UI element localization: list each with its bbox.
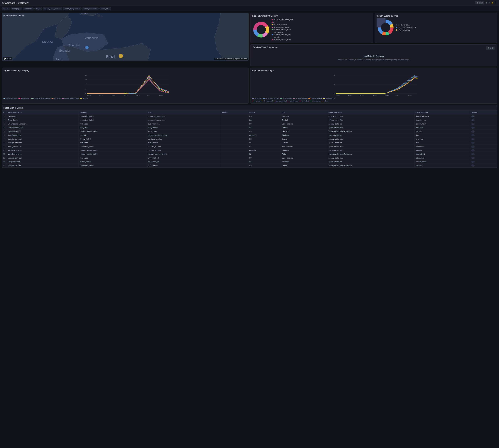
cell-country: US — [248, 160, 281, 164]
cell-app: 1password Browser Extension — [327, 164, 415, 167]
cell-count: 2 — [470, 118, 497, 122]
cell-platform: bbienko-mac — [415, 118, 470, 122]
cell-details — [221, 152, 248, 156]
refresh-icon[interactable]: ↺ — [485, 2, 487, 4]
svg-text:0: 0 — [85, 93, 86, 95]
cell-category: modern_version_failed — [79, 148, 147, 152]
cell-city: Denver — [281, 141, 327, 145]
svg-text:Apr 03: Apr 03 — [99, 95, 103, 96]
col-city[interactable]: city — [281, 111, 327, 114]
cell-platform: john-win — [415, 148, 470, 152]
svg-text:Apr 11: Apr 11 — [373, 95, 377, 96]
cell-type: country_blocked — [147, 145, 221, 148]
table-row[interactable]: 7 ankit@oxpany.com firewall_failed conti… — [2, 137, 497, 141]
table-row[interactable]: 12 ankit@oxpany.com mfa_failed credentia… — [2, 156, 497, 160]
col-country[interactable]: country — [248, 111, 281, 114]
cell-target: ankit@oxpany.com — [6, 148, 79, 152]
cell-app: 1password for ios — [327, 141, 415, 145]
table-row[interactable]: 14 Mike@acme.com credentials_failed duo_… — [2, 164, 497, 167]
table-row[interactable]: 11 ankit@oxpany.com modern_version_faile… — [2, 152, 497, 156]
table-row[interactable]: 4 Polster@acme.com mfa_failed totp_timeo… — [2, 126, 497, 129]
type-pie-legend: 41 (45.6%) Others 10 (11.1%) credentials… — [396, 24, 416, 31]
type-pie-container: 41 (45.6%) Others 10 (11.1%) credentials… — [377, 18, 496, 36]
comparison-clock-icon: ⏱ — [487, 47, 489, 49]
cell-target: Tim@acme.com — [6, 160, 79, 164]
table-row[interactable]: 13 Tim@acme.com firewall_failed credenti… — [2, 160, 497, 164]
table-row[interactable]: 6 frank@acme.com mfa_failed modern_versi… — [2, 133, 497, 137]
map-credit[interactable]: © Mapbox © OpenStreetMap Improve this ma… — [214, 58, 248, 60]
col-count[interactable]: _count — [470, 111, 497, 114]
map-svg: Ocean M — [2, 13, 249, 61]
cell-platform: kyle-mac — [415, 126, 470, 129]
cell-city: Denver — [281, 164, 327, 167]
comparison-header: One Day Time Comparison ⏱ -24h — [253, 46, 495, 50]
chevron-down-icon[interactable]: ▾ — [489, 2, 490, 4]
filter-pill-type[interactable]: type * — [2, 7, 10, 10]
type-legend-item2-duo_disabled: duo_disabled — [261, 100, 273, 102]
filter-pill-client_os[interactable]: client_os * — [100, 7, 111, 10]
filter-pill-category[interactable]: category * — [11, 7, 22, 10]
col-num[interactable]: # — [2, 111, 6, 114]
filter-pill-city[interactable]: city * — [34, 7, 42, 10]
cell-target: Creamester@acme.com — [6, 122, 79, 126]
svg-text:Apr 19: Apr 19 — [396, 95, 400, 96]
filter-icon[interactable]: ⚡ — [491, 2, 494, 4]
svg-text:Apr 11: Apr 11 — [124, 95, 128, 96]
cell-city: Denver — [281, 126, 327, 129]
col-category[interactable]: category — [79, 111, 147, 114]
table-row[interactable]: 5 Dev@acme.com modern_version_failed all… — [2, 129, 497, 133]
cell-details — [221, 133, 248, 137]
row-num: 1 — [2, 114, 6, 118]
cell-type: credentials_ok — [147, 156, 221, 160]
filter-pill-country[interactable]: country * — [23, 7, 34, 10]
cell-city: San Francisco — [281, 156, 327, 160]
type-line-svg: 10 5 0 Mar 30 Apr 03 Apr 07 Apr 11 Apr 1… — [252, 73, 496, 96]
map-background: Ocean M — [2, 13, 249, 61]
table-row[interactable]: 2 Bryce Bienko credentials_failed passwo… — [2, 118, 497, 122]
filter-pill-target_user_name[interactable]: target_user_name * — [43, 7, 62, 10]
svg-text:Brazil: Brazil — [106, 55, 116, 59]
time-range-badge[interactable]: ⏱ -30D — [475, 1, 484, 4]
row-num: 6 — [2, 133, 6, 137]
col-platform[interactable]: client_platform — [415, 111, 470, 114]
cell-platform: security-term — [415, 122, 470, 126]
table-row[interactable]: 3 Creamester@acme.com mfa_failed duo_nat… — [2, 122, 497, 126]
type-legend-item-anonymous_blocked: anonymous_blocked — [263, 97, 279, 99]
table-row[interactable]: 8 ankit@oxpany.com mfa_failed totp_timeo… — [2, 141, 497, 145]
cell-app: 1password for web — [327, 145, 415, 148]
type-pie-svg — [377, 18, 395, 36]
filter-pill-client_platform[interactable]: client_platform * — [82, 7, 99, 10]
svg-point-64 — [414, 78, 415, 79]
header-controls: ⏱ -30D ↺ ▾ ⚡ ⋮ — [475, 1, 497, 4]
cell-category: credentials_failed — [79, 114, 147, 118]
table-row[interactable]: 10 ankit@oxpany.com modern_version_faile… — [2, 148, 497, 152]
table-row[interactable]: 1 Luis Lopes credentials_failed password… — [2, 114, 497, 118]
filter-pill-client_app_name[interactable]: client_app_name * — [63, 7, 82, 10]
cell-country: US — [248, 126, 281, 129]
time-range-value: -30D — [479, 2, 483, 4]
cell-count: 1 — [470, 156, 497, 160]
comparison-time-badge[interactable]: ⏱ -24h — [486, 47, 495, 49]
cell-count: 1 — [470, 164, 497, 167]
filter-bar: type *category *country *city *target_us… — [0, 6, 499, 11]
table-row[interactable]: 9 frank@acme.com credentials_failed coun… — [2, 145, 497, 148]
cell-platform: soc-maC — [415, 129, 470, 133]
cell-details — [221, 164, 248, 167]
cell-category: mfa_failed — [79, 122, 147, 126]
legend-item-credentials_failed: credentials_failed — [3, 97, 17, 99]
more-icon[interactable]: ⋮ — [495, 2, 497, 4]
cell-type: modern_version_missing — [147, 133, 221, 137]
cell-city: New York — [281, 160, 327, 164]
col-app[interactable]: client_app_name — [327, 111, 415, 114]
cell-details — [221, 148, 248, 152]
type-legend-item-continent_blocked: continent_blocked — [293, 97, 308, 99]
category-pie-title: Sign In Events by Category — [252, 15, 371, 17]
col-type[interactable]: type — [147, 111, 221, 114]
right-panels: Sign In Events by Category — [250, 13, 497, 66]
cell-country: US — [248, 164, 281, 167]
cell-count: 1 — [470, 126, 497, 129]
cell-category: credentials_failed — [79, 145, 147, 148]
col-details[interactable]: details — [221, 111, 248, 114]
col-target-user[interactable]: target_user_name — [6, 111, 79, 114]
cell-target: ankit@oxpany.com — [6, 137, 79, 141]
